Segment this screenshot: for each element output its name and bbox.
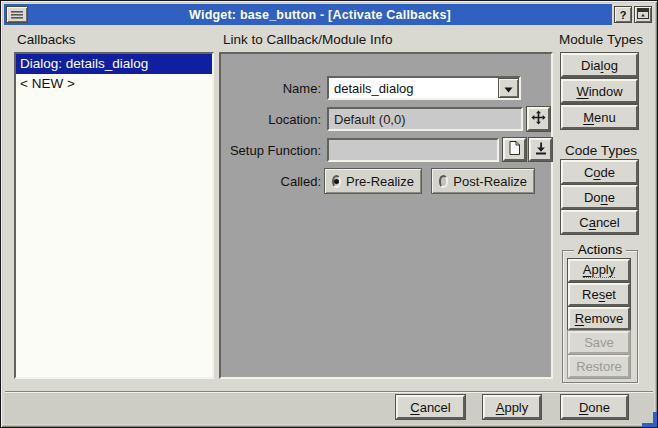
code-type-code-button[interactable]: Code xyxy=(561,160,638,184)
callbacks-label: Callbacks xyxy=(17,32,76,47)
list-item[interactable]: < NEW > xyxy=(16,74,212,94)
called-label: Called: xyxy=(221,174,325,189)
info-panel-label: Link to Callback/Module Info xyxy=(223,32,393,47)
window-menu-icon xyxy=(10,6,24,24)
list-item[interactable]: Dialog: details_dialog xyxy=(16,54,212,74)
apply-button[interactable]: Apply xyxy=(483,395,541,419)
location-field[interactable]: Default (0,0) xyxy=(327,107,523,131)
done-button[interactable]: Done xyxy=(561,395,628,419)
action-save-button: Save xyxy=(568,331,630,354)
code-types-label: Code Types xyxy=(553,143,649,158)
window-title: Widget: base_button - [Activate Callback… xyxy=(28,8,612,22)
arrow-down-to-bar-icon xyxy=(535,141,547,159)
radio-pre-realize-label: Pre-Realize xyxy=(346,174,414,189)
action-apply-button[interactable]: Apply xyxy=(568,259,630,282)
setup-function-field[interactable] xyxy=(327,138,499,162)
name-value[interactable]: details_dialog xyxy=(329,81,498,96)
action-restore-button: Restore xyxy=(568,355,630,378)
name-dropdown-button[interactable] xyxy=(498,78,519,98)
dialog-window: Widget: base_button - [Activate Callback… xyxy=(0,0,658,428)
chevron-down-icon xyxy=(504,79,513,97)
name-label: Name: xyxy=(221,81,325,96)
module-type-window-button[interactable]: Window xyxy=(561,79,638,103)
move-icon xyxy=(531,110,546,129)
window-menu-button[interactable] xyxy=(6,6,28,23)
actions-group-label: Actions xyxy=(574,242,626,257)
help-button[interactable]: ? xyxy=(614,6,632,23)
radio-post-realize[interactable]: Post-Realize xyxy=(431,168,535,194)
bottom-button-bar: Cancel Apply Done xyxy=(4,393,654,424)
action-remove-button[interactable]: Remove xyxy=(568,307,630,330)
code-type-cancel-button[interactable]: Cancel xyxy=(561,210,638,234)
titlebar[interactable]: Widget: base_button - [Activate Callback… xyxy=(4,4,654,25)
shade-button[interactable] xyxy=(634,6,652,23)
setup-function-label: Setup Function: xyxy=(221,143,325,158)
shade-icon xyxy=(637,8,649,21)
radio-button-icon xyxy=(439,175,448,188)
resize-grip[interactable] xyxy=(642,423,657,427)
radio-pre-realize[interactable]: Pre-Realize xyxy=(324,168,422,194)
setup-function-edit-button[interactable] xyxy=(503,138,526,161)
action-reset-button[interactable]: Reset xyxy=(568,283,630,306)
module-type-dialog-button[interactable]: Dialog xyxy=(561,53,638,77)
code-type-done-button[interactable]: Done xyxy=(561,185,638,209)
radio-button-icon xyxy=(332,175,341,188)
info-panel: Name: details_dialog Location: Default (… xyxy=(219,52,553,379)
setup-function-select-button[interactable] xyxy=(529,138,552,161)
actions-group: Actions Apply Reset Remove Save Restore xyxy=(562,250,638,383)
location-move-button[interactable] xyxy=(527,107,550,131)
module-types-label: Module Types xyxy=(553,32,649,47)
cancel-button[interactable]: Cancel xyxy=(396,395,465,419)
module-type-menu-button[interactable]: Menu xyxy=(561,105,638,129)
location-label: Location: xyxy=(221,112,325,127)
callbacks-list[interactable]: Dialog: details_dialog < NEW > xyxy=(14,52,214,379)
radio-post-realize-label: Post-Realize xyxy=(453,174,527,189)
name-combobox[interactable]: details_dialog xyxy=(327,76,521,100)
titlebar-buttons: ? xyxy=(612,4,654,25)
document-icon xyxy=(509,141,520,159)
